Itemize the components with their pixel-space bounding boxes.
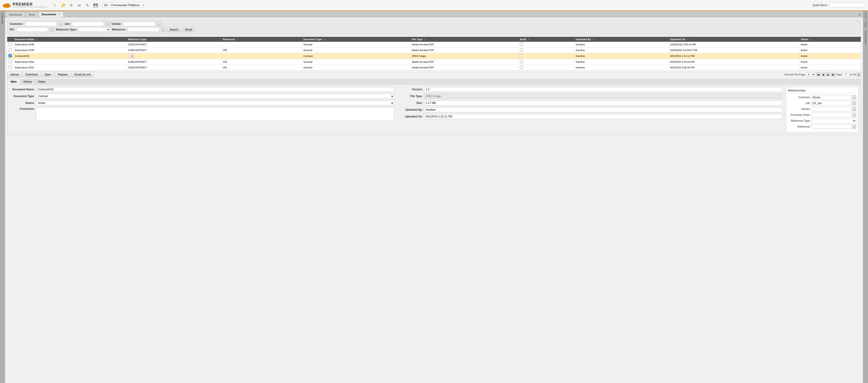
row-checkbox[interactable] (8, 60, 12, 63)
detail-uploaded-by-input[interactable] (424, 107, 782, 112)
cell-doc-type: General (302, 42, 410, 47)
row-checkbox[interactable] (8, 48, 12, 51)
detail-content: Document Name: Document Type: ContractGe… (7, 85, 861, 135)
detail-comments-label: Comments: (10, 107, 35, 110)
table-row[interactable]: Subcontract #295 SUBCONTRACT 295 General… (7, 47, 861, 53)
filter-doc-type-icon[interactable]: ▼ (323, 38, 326, 41)
help-label[interactable]: Help (864, 21, 867, 29)
page-last-btn[interactable]: ▶| (831, 72, 835, 76)
key-icon[interactable]: 🔑 (60, 2, 66, 8)
errors-label[interactable]: Errors (864, 11, 867, 21)
replace-button[interactable]: Replace (55, 72, 71, 77)
search-button[interactable]: Search (167, 27, 181, 32)
filter-reference-icon[interactable]: ▼ (237, 38, 239, 41)
page-first-btn[interactable]: |◀ (816, 72, 820, 76)
detail-tab-notes[interactable]: Notes (35, 79, 49, 84)
tab-dashboard[interactable]: Dashboard (6, 12, 25, 17)
rel-job-input[interactable] (811, 101, 851, 105)
detail-size-input[interactable] (424, 101, 782, 105)
reference-browse-btn[interactable]: ... (161, 27, 165, 32)
filter-doc-name-icon[interactable]: ▼ (36, 38, 38, 41)
sync-icon[interactable]: ⇄ (76, 2, 82, 8)
row-checkbox[interactable] (8, 66, 12, 69)
vendor-browse-btn[interactable]: ... (157, 22, 161, 26)
table-row[interactable]: Subcontract #254 SUBCONTRACT 254 General… (7, 59, 861, 65)
save-icon[interactable]: 💾 (93, 2, 98, 8)
row-checkbox[interactable] (8, 43, 12, 46)
action-bar: Upload Download Open Replace Email as Li… (7, 72, 861, 77)
customer-input[interactable] (25, 22, 57, 26)
page-next-btn[interactable]: ▶ (826, 72, 830, 76)
download-button[interactable]: Download (23, 72, 40, 77)
rel-po-browse-btn[interactable]: ... (852, 113, 856, 117)
cell-doc-type: Contract (302, 53, 410, 59)
table-row[interactable]: Subcontract #251 SUBCONTRACT 251 General… (7, 65, 861, 70)
filter-uploaded-on-icon[interactable]: ▼ (687, 38, 689, 41)
cell-status: Active (799, 53, 861, 59)
table-row[interactable]: Subcontract #296 SUBCONTRACT General Ado… (7, 42, 861, 47)
detail-tab-bar: Main History Notes (7, 79, 861, 85)
row-checkbox[interactable] (8, 54, 12, 57)
po-browse-btn[interactable]: ... (50, 27, 54, 32)
detail-tab-history[interactable]: History (20, 79, 35, 84)
reset-button[interactable]: Reset (183, 27, 195, 32)
audit-checkbox[interactable] (520, 60, 523, 63)
audit-checkbox[interactable] (520, 48, 523, 51)
per-page-select[interactable]: 5102550 (807, 72, 815, 76)
detail-status-select[interactable]: ActiveInactive (36, 101, 394, 105)
filter-audit-icon[interactable]: ▼ (528, 38, 530, 41)
rel-vendor-input[interactable] (811, 107, 851, 111)
tab-documents[interactable]: Documents ✕ (39, 12, 64, 17)
detail-version-input[interactable] (424, 87, 782, 92)
email-as-link-button[interactable]: Email as Link (72, 72, 94, 77)
vendor-input[interactable] (123, 22, 155, 26)
job-browse-btn[interactable]: ... (105, 22, 110, 26)
home-icon[interactable]: ⌂ (52, 2, 58, 8)
open-button[interactable]: Open (41, 72, 54, 77)
rel-reference-browse-btn[interactable]: ... (852, 125, 856, 129)
filter-status-icon[interactable]: ▼ (810, 38, 812, 41)
rel-customer-browse-btn[interactable]: ... (852, 95, 856, 100)
audit-checkbox[interactable] (520, 66, 523, 69)
cell-uploaded-on: 8/31/2015 1:31:11 PM (669, 53, 800, 59)
job-input[interactable] (72, 22, 104, 26)
main-menu-label[interactable]: Main Menu (1, 11, 4, 26)
po-input[interactable] (16, 27, 48, 32)
dc-selector[interactable]: DC – Chesneyvale Phillipines (102, 3, 146, 8)
refresh-icon[interactable]: ↺ (68, 2, 74, 8)
rel-po-input[interactable] (811, 113, 851, 117)
tab-close-icon[interactable]: ✕ (58, 13, 60, 16)
audit-checkbox[interactable] (520, 54, 523, 57)
filter-uploaded-by-icon[interactable]: ▼ (592, 38, 594, 41)
audit-checkbox[interactable] (520, 43, 523, 46)
tab-news[interactable]: News (26, 12, 38, 17)
records-per-page-label: Records Per Page: (784, 73, 806, 76)
window-close-icon[interactable]: ✕ (857, 13, 862, 17)
table-row[interactable]: Contract4231 Contract JPEG Image Karolin… (7, 53, 861, 59)
table-body: Subcontract #296 SUBCONTRACT General Ado… (7, 42, 861, 70)
rel-reference-input[interactable] (811, 125, 851, 129)
rel-ref-type-select[interactable] (811, 118, 856, 123)
filter-file-type-icon[interactable]: ▼ (424, 38, 426, 41)
rel-vendor-browse-btn[interactable]: ... (852, 107, 856, 111)
context-menu-label[interactable]: Context Menu (864, 29, 867, 46)
content-area: Customer: ... Job: ... Vendor: ... PO: .… (5, 18, 863, 383)
cell-ref-type: SUBCONTRACT (127, 42, 221, 47)
ref-type-select[interactable] (79, 27, 110, 32)
reference-input[interactable] (128, 27, 159, 32)
rel-customer-input[interactable] (811, 95, 851, 100)
customer-browse-btn[interactable]: ... (59, 22, 63, 26)
detail-doc-type-select[interactable]: ContractGeneral (36, 94, 394, 99)
detail-comments-textarea[interactable] (36, 107, 394, 121)
rel-job-browse-btn[interactable]: ... (852, 101, 856, 105)
quick-menu-input[interactable] (830, 3, 866, 8)
page-prev-btn[interactable]: ◀ (821, 72, 825, 76)
detail-tab-main[interactable]: Main (7, 79, 20, 84)
cell-uploaded-on: 10/28/2015 4:55:14 PM (669, 42, 800, 47)
detail-uploaded-on-input[interactable] (424, 114, 782, 119)
page-input[interactable] (843, 73, 849, 76)
detail-doc-name-input[interactable] (36, 87, 394, 92)
edit-icon[interactable]: ✎ (85, 2, 90, 8)
upload-button[interactable]: Upload (7, 72, 22, 77)
scroll-up-btn[interactable]: ▲ (857, 72, 861, 76)
